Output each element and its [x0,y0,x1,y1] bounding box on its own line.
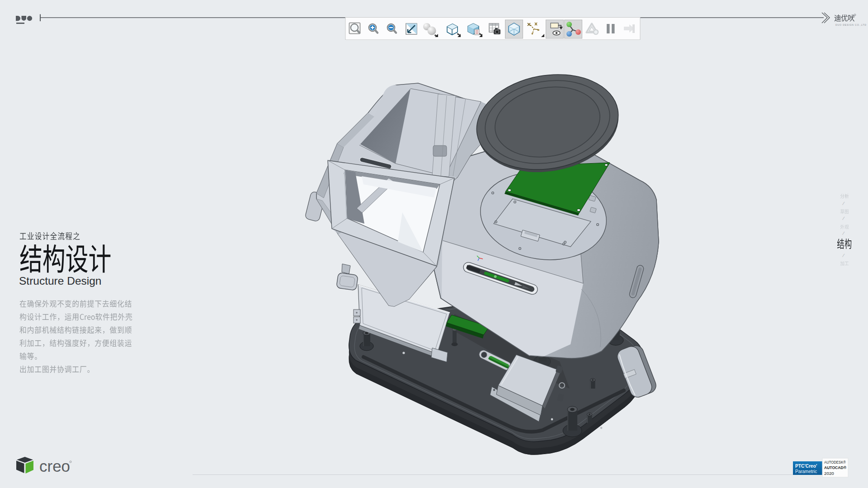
svg-text:AUTOCAD®: AUTOCAD® [824,465,846,470]
svg-text:Parametric: Parametric [795,469,817,474]
svg-text:creo: creo [39,457,70,475]
svg-text:AUTODESK®: AUTODESK® [824,460,846,465]
svg-text:/: / [842,253,845,258]
svg-text:/: / [842,201,845,206]
svg-text:DUO DESIGN CO.,LTD: DUO DESIGN CO.,LTD [835,23,867,26]
svg-text:/: / [842,216,845,221]
svg-text:2020: 2020 [824,471,834,476]
svg-text:/: / [842,230,845,236]
svg-text:Structure Design: Structure Design [19,275,101,287]
svg-text:PTC'Creo': PTC'Creo' [795,464,817,469]
